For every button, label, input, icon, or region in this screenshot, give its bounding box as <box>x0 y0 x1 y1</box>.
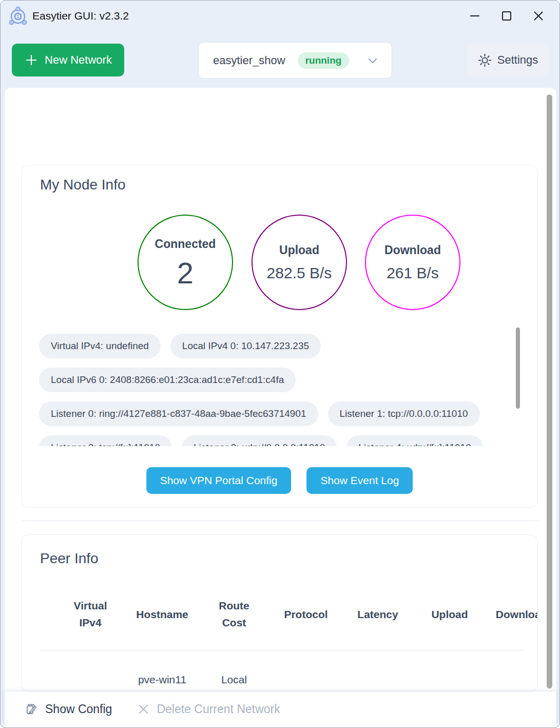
connected-value: 2 <box>177 258 194 288</box>
peer-table: Virtual IPv4 Hostname Route Cost Protoco… <box>54 589 538 640</box>
chip-listener-0: Listener 0: ring://4127e881-c837-48aa-9b… <box>39 401 318 426</box>
square-icon <box>500 9 513 23</box>
chip-listener-4: Listener 4: udp://[::]:11010 <box>346 435 482 446</box>
main-panel: 1 Config Network 2 Running My Node Info … <box>5 88 556 728</box>
peer-info-title: Peer Info <box>40 550 99 567</box>
col-hostname: Hostname <box>126 589 198 640</box>
settings-label: Settings <box>497 53 538 67</box>
window-title: Easytier GUI: v2.3.2 <box>32 10 129 22</box>
new-network-label: New Network <box>45 53 112 67</box>
table-row: pve-win11 Local <box>54 669 538 690</box>
app-logo-icon <box>8 6 28 26</box>
chip-local-ipv6: Local IPv6 0: 2408:8266:e01:23ca:ad1c:e7… <box>39 368 296 392</box>
chips-scrollbar-thumb[interactable] <box>516 328 520 409</box>
chip-listener-1: Listener 1: tcp://0.0.0.0:11010 <box>328 401 480 426</box>
delete-network-label: Delete Current Network <box>157 702 280 716</box>
upload-label: Upload <box>279 243 319 257</box>
plus-icon <box>24 53 38 67</box>
settings-button[interactable]: Settings <box>467 44 549 76</box>
footer-bar: Show Config Delete Current Network <box>5 692 556 726</box>
delete-x-icon <box>138 703 149 715</box>
network-status-badge: running <box>298 52 350 69</box>
cell-hostname: pve-win11 <box>126 669 198 690</box>
chip-local-ipv4: Local IPv4 0: 10.147.223.235 <box>170 334 321 358</box>
main-scrollbar-thumb[interactable] <box>547 94 552 688</box>
gear-icon <box>478 53 492 67</box>
connected-label: Connected <box>155 237 216 251</box>
app-window: Easytier GUI: v2.3.2 <box>0 0 560 728</box>
col-upload: Upload <box>414 589 486 640</box>
connected-stat-ring: Connected 2 <box>138 215 233 310</box>
document-edit-icon <box>25 703 38 716</box>
minimize-button[interactable] <box>459 1 491 31</box>
chip-virtual-ipv4: Virtual IPv4: undefined <box>39 334 161 358</box>
node-info-title: My Node Info <box>40 177 126 193</box>
upload-stat-ring: Upload 282.5 B/s <box>252 215 347 310</box>
window-controls <box>459 1 554 31</box>
close-icon <box>532 9 545 23</box>
peer-table-header: Virtual IPv4 Hostname Route Cost Protoco… <box>54 589 538 640</box>
chevron-down-icon <box>366 54 379 67</box>
cell-route-cost: Local <box>198 669 270 690</box>
chip-listener-3: Listener 3: udp://0.0.0.0:11010 <box>182 435 337 446</box>
delete-current-network-button[interactable]: Delete Current Network <box>138 702 280 716</box>
download-stat-ring: Download 261 B/s <box>365 215 460 310</box>
col-virtual-ipv4: Virtual IPv4 <box>54 589 126 640</box>
show-config-label: Show Config <box>45 702 112 716</box>
col-route-cost: Route Cost <box>198 589 270 640</box>
network-select-value: easytier_show <box>213 54 285 67</box>
minus-icon <box>468 9 481 23</box>
cell-virtual-ipv4 <box>54 669 126 690</box>
chip-listener-2: Listener 2: tcp://[::]:11010 <box>39 435 172 446</box>
network-select[interactable]: easytier_show running <box>198 42 392 79</box>
col-latency: Latency <box>342 589 414 640</box>
table-header-divider <box>40 650 525 650</box>
show-event-log-button[interactable]: Show Event Log <box>306 467 413 494</box>
upload-value: 282.5 B/s <box>267 264 332 282</box>
title-bar: Easytier GUI: v2.3.2 <box>1 1 559 31</box>
section-divider <box>21 521 539 521</box>
download-label: Download <box>384 243 441 257</box>
col-protocol: Protocol <box>270 589 342 640</box>
show-vpn-portal-config-button[interactable]: Show VPN Portal Config <box>146 467 292 494</box>
new-network-button[interactable]: New Network <box>12 44 124 76</box>
peer-info-card: Peer Info Virtual IPv4 Hostname Route Co… <box>21 534 538 692</box>
close-button[interactable] <box>523 1 554 31</box>
node-info-card: My Node Info Connected 2 Upload 282.5 B/… <box>21 165 538 508</box>
download-value: 261 B/s <box>387 264 439 282</box>
col-download: Download <box>486 589 538 640</box>
node-detail-chips: Virtual IPv4: undefined Local IPv4 0: 10… <box>39 334 522 446</box>
show-config-button[interactable]: Show Config <box>25 702 112 716</box>
maximize-button[interactable] <box>491 1 523 31</box>
